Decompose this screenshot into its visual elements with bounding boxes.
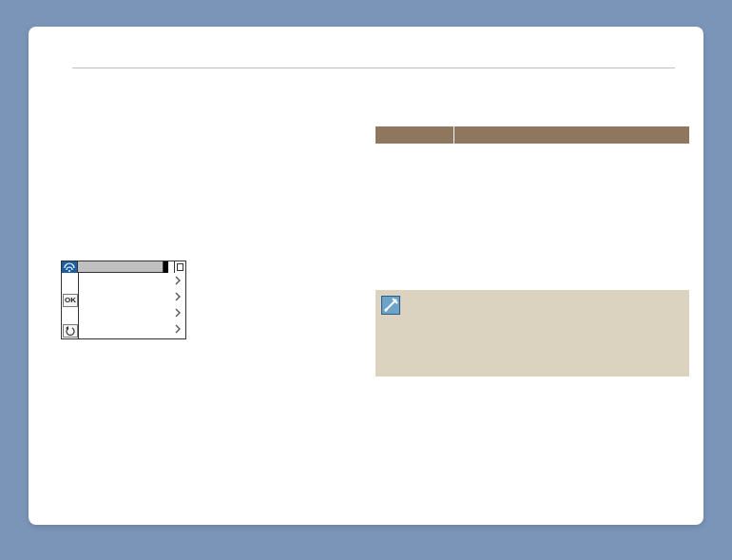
device-menu-item[interactable] (79, 273, 185, 289)
device-menu (79, 273, 185, 338)
titlebar-right-icons (163, 261, 185, 273)
table-header-cell (454, 126, 689, 144)
battery-icon (163, 261, 174, 273)
window-icon (174, 261, 185, 273)
chevron-right-icon (174, 324, 182, 334)
device-menu-item[interactable] (79, 305, 185, 321)
device-menu-item[interactable] (79, 321, 185, 338)
wireless-icon (62, 261, 78, 273)
device-menu-item[interactable] (79, 289, 185, 305)
chevron-right-icon (174, 308, 182, 318)
table-header-cell (376, 126, 454, 144)
note-box (376, 290, 689, 377)
svg-point-2 (68, 270, 70, 272)
table-header (376, 126, 689, 144)
chevron-right-icon (174, 292, 182, 301)
back-arrow-icon (65, 326, 76, 336)
ok-button[interactable]: OK (63, 294, 78, 307)
divider (72, 68, 675, 68)
back-button[interactable] (63, 324, 78, 338)
device-side-buttons: OK (62, 273, 79, 338)
page-card: OK (29, 27, 703, 525)
note-icon (381, 296, 400, 315)
device-titlebar (62, 261, 185, 273)
chevron-right-icon (174, 276, 182, 285)
device-mock: OK (61, 261, 186, 339)
svg-point-1 (385, 309, 388, 312)
